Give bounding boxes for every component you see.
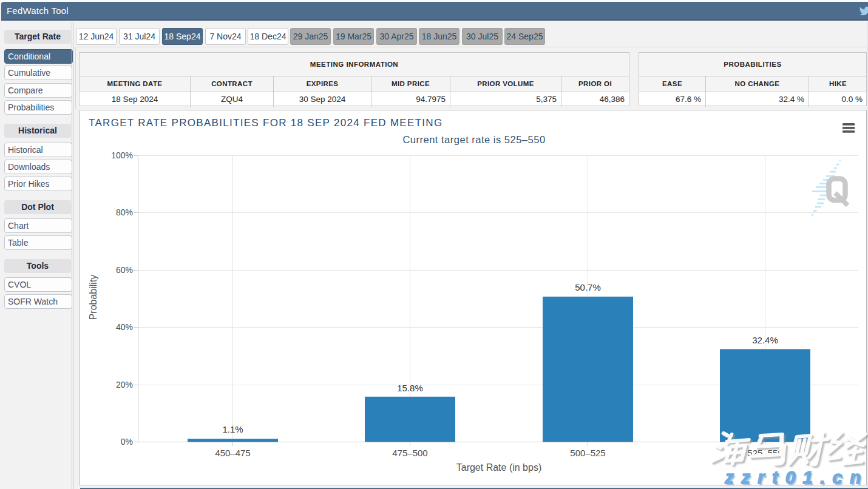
svg-text:450–475: 450–475 xyxy=(215,448,250,458)
svg-text:Probability: Probability xyxy=(88,275,98,320)
svg-text:15.8%: 15.8% xyxy=(397,383,423,393)
svg-text:40%: 40% xyxy=(116,322,133,332)
svg-text:Target Rate (in bps): Target Rate (in bps) xyxy=(456,462,542,473)
svg-text:100%: 100% xyxy=(111,150,133,160)
svg-text:1.1%: 1.1% xyxy=(222,424,243,434)
svg-text:TARGET RATE PROBABILITIES FOR: TARGET RATE PROBABILITIES FOR 18 SEP 202… xyxy=(89,117,442,129)
svg-text:60%: 60% xyxy=(116,265,133,275)
svg-text:475–500: 475–500 xyxy=(392,448,427,458)
svg-text:32.4%: 32.4% xyxy=(752,335,778,345)
svg-text:20%: 20% xyxy=(116,380,133,390)
svg-text:0%: 0% xyxy=(121,437,133,447)
svg-text:80%: 80% xyxy=(116,207,133,217)
svg-text:50.7%: 50.7% xyxy=(575,282,601,292)
svg-text:Current target rate is 525–550: Current target rate is 525–550 xyxy=(402,134,545,145)
svg-text:500–525: 500–525 xyxy=(570,448,605,458)
